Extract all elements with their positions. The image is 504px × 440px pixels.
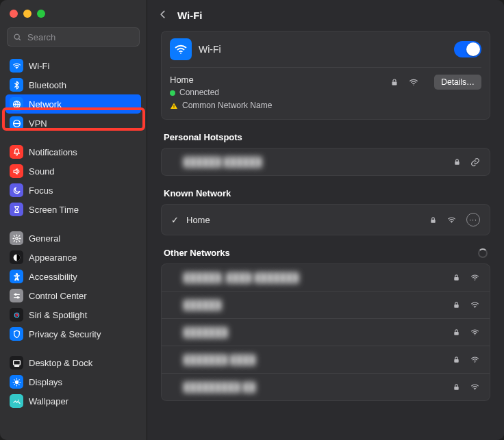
svg-rect-36 — [454, 277, 458, 281]
sidebar-item-label: Sound — [29, 166, 55, 177]
personal-hotspots-heading: Personal Hotspots — [164, 132, 490, 142]
sidebar-item-label: Control Center — [29, 291, 87, 301]
svg-rect-38 — [454, 305, 458, 308]
sidebar-item-label: Siri & Spotlight — [29, 310, 87, 320]
svg-line-22 — [14, 379, 14, 380]
svg-point-2 — [16, 68, 17, 69]
svg-point-45 — [475, 389, 475, 390]
appear-icon — [10, 250, 23, 264]
known-network-row[interactable]: ✓Home··· — [162, 205, 490, 235]
access-icon — [10, 270, 23, 283]
svg-rect-44 — [454, 387, 458, 390]
lock-icon — [429, 216, 437, 224]
hotspot-row[interactable]: ██████ ██████ — [162, 148, 490, 175]
close-window-button[interactable] — [10, 10, 18, 18]
sidebar-item-vpn[interactable]: VPN — [5, 114, 141, 133]
svg-point-27 — [17, 400, 18, 401]
sidebar: Wi-FiBluetoothNetworkVPNNotificationsSou… — [0, 0, 147, 440]
other-network-row[interactable]: █████████ ██ — [162, 373, 490, 400]
sidebar-item-accessibility[interactable]: Accessibility — [5, 267, 141, 286]
window-controls — [0, 7, 147, 27]
svg-point-17 — [14, 380, 18, 383]
svg-rect-31 — [392, 82, 397, 86]
network-name: ███████ — [171, 327, 446, 337]
svg-point-9 — [14, 294, 16, 295]
sidebar-item-label: VPN — [29, 118, 47, 129]
svg-point-32 — [414, 84, 414, 85]
svg-line-24 — [14, 384, 14, 385]
hour-icon — [10, 203, 23, 216]
wifi-signal-icon — [470, 300, 480, 309]
lock-icon — [390, 77, 399, 87]
svg-rect-30 — [174, 107, 175, 108]
svg-rect-33 — [455, 161, 459, 165]
siri-icon — [10, 308, 23, 322]
bell-icon — [10, 145, 23, 159]
sidebar-item-sound[interactable]: Sound — [5, 161, 141, 181]
wifi-title: Wi-Fi — [199, 44, 454, 55]
search-icon — [13, 33, 22, 42]
sidebar-item-screen-time[interactable]: Screen Time — [5, 200, 141, 219]
svg-line-25 — [18, 379, 19, 380]
sidebar-item-bluetooth[interactable]: Bluetooth — [5, 75, 141, 94]
zoom-window-button[interactable] — [37, 10, 45, 18]
page-title: Wi-Fi — [177, 10, 203, 21]
sidebar-search[interactable] — [7, 27, 140, 47]
svg-point-37 — [475, 280, 475, 281]
other-network-row[interactable]: ███████ — [162, 318, 490, 346]
globe-icon — [10, 97, 23, 111]
lock-icon — [453, 355, 460, 364]
content-scroll[interactable]: Wi-Fi Home Connected — [147, 27, 504, 440]
sidebar-item-notifications[interactable]: Notifications — [5, 142, 141, 161]
more-options-button[interactable]: ··· — [466, 213, 480, 227]
other-network-row[interactable]: ██████_████-███████ — [162, 264, 490, 291]
details-button[interactable]: Details… — [434, 75, 481, 90]
known-networks-panel: ✓Home··· — [161, 204, 490, 235]
wifi-signal-icon — [470, 355, 480, 364]
network-name: Home — [186, 215, 423, 225]
sidebar-item-label: Privacy & Security — [29, 329, 101, 339]
svg-point-35 — [451, 222, 452, 223]
back-button[interactable] — [158, 10, 168, 21]
other-networks-panel: ██████_████-███████████████████████████ … — [161, 263, 490, 401]
network-name: ██████ — [171, 300, 446, 310]
status-dot-icon — [170, 90, 175, 96]
wifi-icon — [170, 38, 192, 60]
sidebar-item-general[interactable]: General — [5, 229, 141, 248]
sidebar-item-privacy-security[interactable]: Privacy & Security — [5, 324, 141, 344]
sidebar-item-focus[interactable]: Focus — [5, 181, 141, 200]
search-input[interactable] — [26, 31, 134, 43]
svg-line-1 — [18, 38, 21, 40]
sidebar-item-label: Network — [29, 99, 62, 109]
minimize-window-button[interactable] — [23, 10, 32, 18]
sidebar-item-displays[interactable]: Displays — [5, 372, 141, 391]
svg-rect-40 — [454, 332, 458, 335]
sidebar-item-wallpaper[interactable]: Wallpaper — [5, 391, 141, 411]
hand-icon — [10, 327, 23, 341]
sidebar-item-label: Displays — [29, 377, 62, 387]
wifi-toggle[interactable] — [454, 41, 481, 57]
other-network-row[interactable]: ███████ ████ — [162, 346, 490, 373]
checkmark-icon: ✓ — [171, 215, 179, 225]
sidebar-item-label: Notifications — [29, 147, 77, 157]
lock-icon — [453, 383, 460, 391]
svg-rect-29 — [174, 105, 175, 107]
sidebar-item-desktop-dock[interactable]: Desktop & Dock — [5, 353, 141, 372]
sidebar-item-wi-fi[interactable]: Wi-Fi — [5, 56, 141, 75]
sidebar-item-label: General — [29, 233, 60, 244]
other-network-row[interactable]: ██████ — [162, 291, 490, 318]
wifi-icon — [10, 59, 23, 73]
sidebar-item-label: Appearance — [29, 253, 77, 263]
dock-icon — [10, 356, 23, 370]
lock-icon — [453, 157, 461, 166]
sidebar-item-appearance[interactable]: Appearance — [5, 248, 141, 267]
wifi-signal-icon — [408, 77, 419, 87]
connection-status: Connected — [170, 86, 390, 99]
wifi-signal-icon — [470, 328, 480, 337]
sidebar-item-siri-spotlight[interactable]: Siri & Spotlight — [5, 305, 141, 324]
sidebar-item-network[interactable]: Network — [5, 94, 141, 114]
svg-point-41 — [475, 335, 475, 335]
sidebar-list: Wi-FiBluetoothNetworkVPNNotificationsSou… — [0, 53, 147, 440]
sidebar-item-control-center[interactable]: Control Center — [5, 286, 141, 305]
network-name: █████████ ██ — [171, 382, 446, 392]
